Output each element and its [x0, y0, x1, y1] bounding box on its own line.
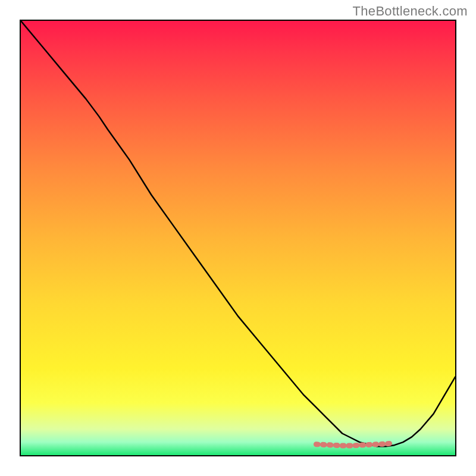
- chart-overlay: [21, 21, 455, 455]
- chart-marker-band: [316, 443, 390, 446]
- chart-main-curve: [21, 21, 455, 446]
- watermark-text: TheBottleneck.com: [353, 4, 468, 19]
- chart-plot-area: [20, 20, 456, 456]
